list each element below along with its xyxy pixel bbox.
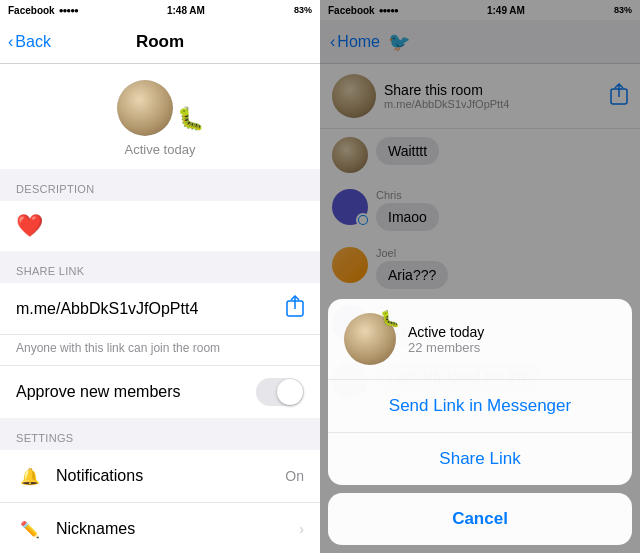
group-header: 🐛 Active today bbox=[0, 64, 320, 169]
action-active-label: Active today bbox=[408, 324, 616, 340]
nicknames-row[interactable]: ✏️ Nicknames › bbox=[0, 503, 320, 553]
settings-section-label: SETTINGS bbox=[0, 418, 320, 450]
left-panel: Facebook ●●●●● 1:48 AM 83% ‹ Back Room 🐛… bbox=[0, 0, 320, 553]
action-bug-icon: 🐛 bbox=[380, 309, 400, 328]
toggle-knob bbox=[277, 379, 303, 405]
share-link-section: m.me/AbbDkS1vJfOpPtt4 Anyone with this l… bbox=[0, 283, 320, 365]
approve-label: Approve new members bbox=[16, 383, 181, 401]
nicknames-icon: ✏️ bbox=[16, 515, 44, 543]
back-button[interactable]: ‹ Back bbox=[8, 33, 51, 51]
left-time: 1:48 AM bbox=[167, 5, 205, 16]
nav-title: Room bbox=[136, 32, 184, 52]
notifications-label: Notifications bbox=[56, 467, 273, 485]
chevron-left-icon: ‹ bbox=[8, 33, 13, 51]
left-status-bar: Facebook ●●●●● 1:48 AM 83% bbox=[0, 0, 320, 20]
approve-toggle[interactable] bbox=[256, 378, 304, 406]
link-row: m.me/AbbDkS1vJfOpPtt4 bbox=[0, 283, 320, 335]
approve-row: Approve new members bbox=[0, 365, 320, 418]
action-avatar: 🐛 bbox=[344, 313, 396, 365]
left-content: 🐛 Active today DESCRIPTION ❤️ SHARE LINK… bbox=[0, 64, 320, 553]
active-today-label: Active today bbox=[125, 142, 196, 157]
share-icon-button[interactable] bbox=[286, 295, 304, 322]
settings-rows: 🔔 Notifications On ✏️ Nicknames › bbox=[0, 450, 320, 553]
chevron-right-icon: › bbox=[299, 521, 304, 537]
action-sheet: 🐛 Active today 22 members Send Link in M… bbox=[320, 291, 640, 553]
right-panel: Facebook ●●●●● 1:49 AM 83% ‹ Home 🐦 Shar… bbox=[320, 0, 640, 553]
group-avatar bbox=[117, 80, 173, 136]
share-link-button[interactable]: Share Link bbox=[328, 433, 632, 485]
action-members-label: 22 members bbox=[408, 340, 616, 355]
cancel-button[interactable]: Cancel bbox=[328, 493, 632, 545]
action-card: 🐛 Active today 22 members Send Link in M… bbox=[328, 299, 632, 485]
share-link-value: m.me/AbbDkS1vJfOpPtt4 bbox=[16, 300, 198, 318]
share-link-section-label: SHARE LINK bbox=[0, 251, 320, 283]
left-nav-bar: ‹ Back Room bbox=[0, 20, 320, 64]
left-battery: 83% bbox=[294, 5, 312, 15]
description-section: ❤️ bbox=[0, 201, 320, 251]
heart-icon: ❤️ bbox=[16, 213, 43, 238]
left-carrier: Facebook bbox=[8, 5, 55, 16]
back-label: Back bbox=[15, 33, 51, 51]
notifications-value: On bbox=[285, 468, 304, 484]
left-signal: ●●●●● bbox=[59, 6, 78, 15]
description-section-label: DESCRIPTION bbox=[0, 169, 320, 201]
action-sheet-overlay: 🐛 Active today 22 members Send Link in M… bbox=[320, 0, 640, 553]
bug-icon: 🐛 bbox=[177, 106, 204, 132]
action-profile-row: 🐛 Active today 22 members bbox=[328, 299, 632, 380]
notifications-row[interactable]: 🔔 Notifications On bbox=[0, 450, 320, 503]
notifications-icon: 🔔 bbox=[16, 462, 44, 490]
link-hint: Anyone with this link can join the room bbox=[0, 335, 320, 365]
nicknames-label: Nicknames bbox=[56, 520, 287, 538]
send-link-button[interactable]: Send Link in Messenger bbox=[328, 380, 632, 433]
